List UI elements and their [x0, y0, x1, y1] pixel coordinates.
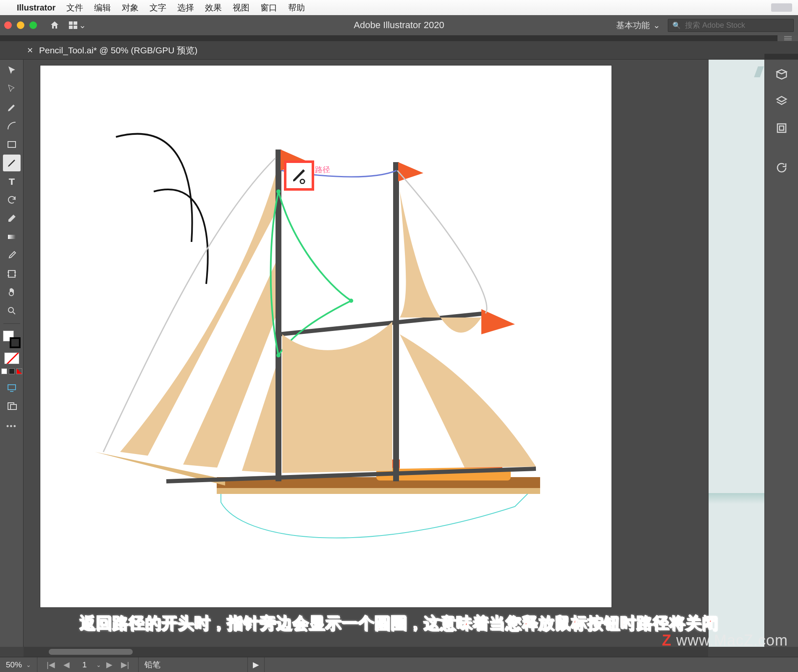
app-title: Adobe Illustrator 2020: [354, 20, 444, 31]
no-fill-indicator[interactable]: [4, 352, 19, 364]
right-panel-dock: [764, 60, 798, 647]
zoom-value: 50%: [6, 660, 22, 669]
canvas-area[interactable]: 路径: [24, 60, 798, 647]
status-menu-button[interactable]: ▶: [248, 657, 265, 672]
properties-panel-icon[interactable]: [775, 68, 788, 82]
curvature-tool[interactable]: [3, 118, 21, 134]
svg-point-18: [349, 299, 353, 303]
pencil-close-path-cursor: [284, 160, 314, 191]
pen-tool[interactable]: [3, 99, 21, 116]
menu-extras-placeholder: [771, 3, 792, 12]
edit-toolbar-icon[interactable]: [3, 398, 21, 415]
eyedropper-tool[interactable]: [3, 247, 21, 264]
svg-rect-5: [8, 235, 16, 239]
svg-rect-12: [217, 488, 540, 494]
workspace-switcher[interactable]: 基本功能 ⌄: [616, 20, 660, 31]
more-tools-icon[interactable]: •••: [6, 422, 17, 431]
chevron-down-icon: ⌄: [96, 662, 101, 668]
svg-rect-6: [8, 270, 15, 277]
menu-effect[interactable]: 效果: [205, 2, 222, 13]
window-fullscreen-button[interactable]: [29, 21, 37, 29]
stock-search[interactable]: 🔍: [668, 19, 794, 32]
right-dock-strip: [764, 54, 798, 60]
document-tab-bar: ✕ Pencil_Tool.ai* @ 50% (RGB/GPU 预览): [0, 41, 798, 60]
svg-point-7: [8, 307, 13, 312]
menu-view[interactable]: 视图: [233, 2, 249, 13]
menu-object[interactable]: 对象: [122, 2, 139, 13]
cursor-annotation-label: 路径: [315, 165, 330, 175]
svg-point-20: [300, 179, 304, 184]
app-body: ✕ Pencil_Tool.ai* @ 50% (RGB/GPU 预览): [0, 35, 798, 672]
hand-tool[interactable]: [3, 284, 21, 301]
first-artboard-button[interactable]: |◀: [43, 660, 58, 669]
stock-search-input[interactable]: [685, 21, 789, 30]
app-title-bar: ⌄ Adobe Illustrator 2020 基本功能 ⌄ 🔍: [0, 15, 798, 35]
menu-type[interactable]: 文字: [150, 2, 166, 13]
watermark: Z www.MacZ.com: [662, 632, 788, 649]
navigator-panel[interactable]: [708, 60, 764, 647]
close-tab-icon[interactable]: ✕: [27, 46, 33, 55]
zoom-tool[interactable]: [3, 302, 21, 319]
chevron-down-icon: ⌄: [79, 20, 86, 30]
arrange-documents-icon[interactable]: ⌄: [69, 20, 86, 30]
stroke-swatch[interactable]: [10, 337, 21, 348]
pencil-tool[interactable]: [3, 155, 21, 171]
menu-window[interactable]: 窗口: [260, 2, 277, 13]
control-bar-collapsed: [0, 35, 798, 41]
svg-rect-4: [8, 142, 16, 147]
menu-select[interactable]: 选择: [177, 2, 194, 13]
watermark-z: Z: [662, 632, 672, 649]
gradient-mode-icon[interactable]: [9, 368, 15, 374]
libraries-panel-icon[interactable]: [775, 122, 788, 136]
scrollbar-thumb[interactable]: [49, 649, 133, 655]
app-name[interactable]: Illustrator: [17, 3, 55, 13]
window-controls: [4, 21, 37, 29]
macos-menu-bar: Illustrator 文件 编辑 对象 文字 选择 效果 视图 窗口 帮助: [0, 0, 798, 15]
refresh-panel-icon[interactable]: [775, 161, 788, 176]
search-icon: 🔍: [672, 21, 681, 29]
svg-point-19: [276, 353, 281, 357]
menu-help[interactable]: 帮助: [288, 2, 305, 13]
svg-rect-10: [10, 404, 16, 410]
gradient-tool[interactable]: [3, 228, 21, 245]
direct-selection-tool[interactable]: [3, 81, 21, 97]
svg-rect-22: [780, 126, 784, 130]
color-mode-icon[interactable]: [1, 368, 7, 374]
last-artboard-button[interactable]: ▶|: [118, 660, 133, 669]
prev-artboard-button[interactable]: ◀: [60, 660, 73, 669]
artboard[interactable]: 路径: [40, 66, 612, 607]
window-close-button[interactable]: [4, 21, 12, 29]
zoom-level[interactable]: 50% ⌄: [0, 657, 37, 672]
eraser-tool[interactable]: [3, 210, 21, 227]
window-minimize-button[interactable]: [17, 21, 24, 29]
current-tool-status[interactable]: 铅笔: [139, 657, 248, 672]
horizontal-scrollbar[interactable]: [24, 647, 708, 657]
home-icon[interactable]: [49, 20, 60, 30]
document-tab[interactable]: ✕ Pencil_Tool.ai* @ 50% (RGB/GPU 预览): [27, 45, 197, 56]
rectangle-tool[interactable]: [3, 136, 21, 153]
next-artboard-button[interactable]: ▶: [103, 660, 116, 669]
fill-stroke-swatch[interactable]: [3, 331, 21, 348]
menu-edit[interactable]: 编辑: [94, 2, 111, 13]
panel-drag-handle[interactable]: [777, 35, 798, 41]
rotate-tool[interactable]: [3, 192, 21, 208]
svg-rect-1: [74, 21, 77, 25]
screen-mode-icon[interactable]: [3, 379, 21, 396]
svg-rect-3: [74, 26, 77, 29]
current-tool-label: 铅笔: [144, 659, 160, 670]
svg-rect-0: [69, 21, 73, 25]
document-tab-label: Pencil_Tool.ai* @ 50% (RGB/GPU 预览): [39, 45, 197, 56]
selection-tool[interactable]: [3, 62, 21, 79]
svg-rect-21: [777, 124, 786, 132]
artboard-nav: |◀ ◀ 1 ⌄ ▶ ▶|: [37, 657, 139, 672]
chevron-down-icon: ⌄: [653, 20, 660, 30]
menu-file[interactable]: 文件: [66, 2, 83, 13]
tools-panel: •••: [0, 60, 24, 647]
draw-mode-row: [1, 368, 22, 374]
layers-panel-icon[interactable]: [775, 95, 788, 109]
artboard-tool[interactable]: [3, 265, 21, 282]
type-tool[interactable]: [3, 173, 21, 190]
svg-point-17: [276, 189, 281, 194]
artboard-index[interactable]: 1: [75, 660, 94, 669]
none-mode-icon[interactable]: [16, 368, 22, 374]
